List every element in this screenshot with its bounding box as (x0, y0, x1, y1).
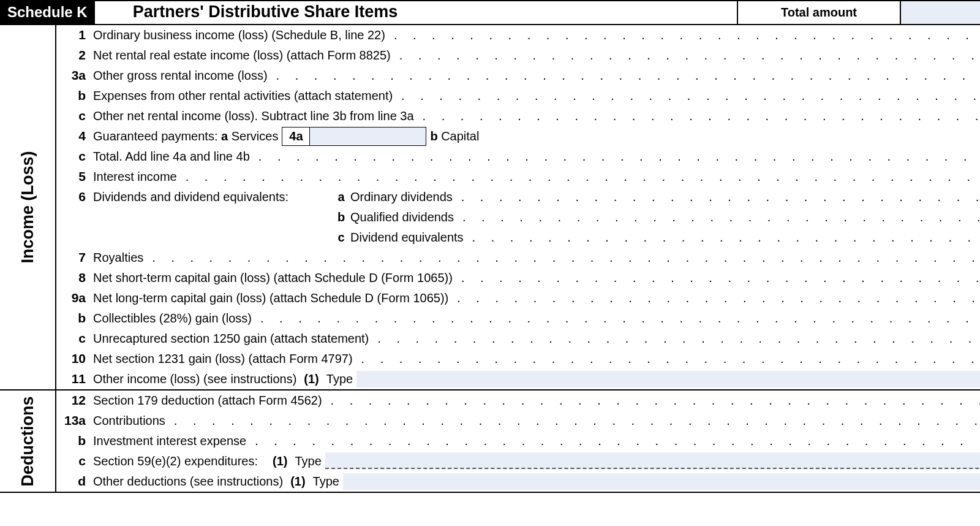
leader-dots (246, 434, 980, 448)
form-line: 9a Net long-term capital gain (loss) (at… (56, 288, 980, 308)
section-income-loss-: Income (Loss) 1 Ordinary business income… (0, 25, 980, 389)
header-title: Partners' Distributive Share Items (95, 1, 398, 24)
form-line: c Total. Add line 4a and line 4b 4c (56, 147, 980, 167)
line-description: Other gross rental income (loss) 3a (93, 68, 980, 83)
leader-dots (414, 109, 980, 123)
form-line: c Other net rental income (loss). Subtra… (56, 106, 980, 126)
leader-dots (448, 291, 980, 305)
section-deductions: Deductions 12 Section 179 deduction (att… (0, 389, 980, 493)
inline-box-field-4a[interactable] (310, 127, 426, 146)
form-line: c Section 59(e)(2) expenditures:(1)Type … (56, 451, 980, 471)
line-4-description: Guaranteed payments: a Services 4a b Cap… (93, 127, 980, 146)
line-description: Net rental real estate income (loss) (at… (93, 48, 980, 63)
leader-dots (143, 251, 980, 265)
line-number: 5 (56, 169, 93, 184)
leader-dots (165, 414, 980, 428)
section-side-label: Deductions (0, 391, 56, 492)
leader-dots (393, 89, 980, 103)
line-description: Net short-term capital gain (loss) (atta… (93, 271, 980, 285)
type-field-11[interactable] (356, 371, 980, 387)
leader-dots (250, 150, 980, 164)
inline-box-4a: 4a (282, 127, 426, 146)
line-6c-description: c Dividend equivalents 6c (93, 230, 980, 245)
leader-dots (391, 48, 980, 63)
inline-box-label: 4a (282, 127, 310, 146)
leader-dots (322, 394, 980, 408)
leader-dots (385, 28, 980, 42)
form-line: d Other deductions (see instructions)(1)… (56, 471, 980, 492)
line-description: Expenses from other rental activities (a… (93, 88, 980, 104)
form-line: b Collectibles (28%) gain (loss) 9b (56, 308, 980, 329)
line-description: Interest income (93, 170, 980, 184)
line-number: 1 (56, 28, 93, 42)
form-line: 1 Ordinary business income (loss) (Sched… (56, 25, 980, 45)
section-side-label: Income (Loss) (0, 25, 56, 389)
line-description: Royalties (93, 251, 980, 265)
leader-dots (252, 311, 980, 326)
form-line: 5 Interest income 5 (56, 167, 980, 187)
leader-dots (453, 190, 980, 204)
line-number: b (56, 88, 93, 103)
line-number: c (56, 149, 93, 164)
line-number: c (56, 454, 93, 468)
form-line: 12 Section 179 deduction (attach Form 45… (56, 391, 980, 411)
leader-dots (454, 210, 980, 224)
leader-dots (353, 352, 980, 366)
header: Schedule K Partners' Distributive Share … (0, 0, 980, 25)
line-number: 4 (56, 129, 93, 143)
line-number: 2 (56, 48, 93, 63)
type-field-13d[interactable] (343, 473, 980, 490)
line-number: b (56, 311, 93, 326)
line-description: Other net rental income (loss). Subtract… (93, 109, 980, 123)
line-description: Section 179 deduction (attach Form 4562) (93, 394, 980, 408)
line-number: 13a (56, 413, 93, 428)
line-number: 3a (56, 68, 93, 83)
line-description: Net section 1231 gain (loss) (attach For… (93, 352, 980, 366)
line-13d-description: Other deductions (see instructions)(1)Ty… (93, 473, 980, 490)
form-line: b Investment interest expense 13b (56, 431, 980, 451)
line-number: b (56, 433, 93, 448)
leader-dots (268, 69, 980, 83)
header-stub-cell (900, 1, 980, 24)
line-description: Ordinary business income (loss) (Schedul… (93, 28, 980, 42)
header-left: Schedule K Partners' Distributive Share … (0, 1, 738, 24)
line-number: 12 (56, 393, 93, 408)
line-6b-description: b Qualified dividends 6b (93, 210, 980, 225)
form-line: 3a Other gross rental income (loss) 3a (56, 66, 980, 86)
line-description: Collectibles (28%) gain (loss) 9b (93, 311, 980, 326)
line-description: Contributions (93, 414, 980, 428)
form-line: 10 Net section 1231 gain (loss) (attach … (56, 349, 980, 369)
line-description: Investment interest expense (93, 434, 980, 448)
line-number: c (56, 109, 93, 123)
type-field-13c[interactable] (325, 452, 980, 469)
line-11-description: Other income (loss) (see instructions)(1… (93, 371, 980, 387)
leader-dots (177, 170, 980, 184)
line-number: 9a (56, 291, 93, 305)
line-number: 8 (56, 270, 93, 285)
line-description: Unrecaptured section 1250 gain (attach s… (93, 331, 980, 346)
form-body: Income (Loss) 1 Ordinary business income… (0, 25, 980, 493)
line-number: 7 (56, 250, 93, 265)
form-line: 2 Net rental real estate income (loss) (… (56, 45, 980, 66)
line-number: 11 (56, 372, 93, 386)
form-line: b Qualified dividends 6b (56, 207, 980, 227)
line-number: c (56, 331, 93, 346)
schedule-k-form: Schedule K Partners' Distributive Share … (0, 0, 980, 526)
leader-dots (369, 332, 980, 346)
form-line: 8 Net short-term capital gain (loss) (at… (56, 268, 980, 288)
total-amount-header: Total amount (738, 1, 900, 24)
line-number: d (56, 474, 93, 489)
line-number: 6 (56, 189, 93, 204)
form-line: 6 Dividends and dividend equivalents: a … (56, 187, 980, 207)
line-number: 10 (56, 351, 93, 366)
form-line: b Expenses from other rental activities … (56, 86, 980, 106)
line-13c-description: Section 59(e)(2) expenditures:(1)Type (2… (93, 452, 980, 470)
header-right: Total amount (738, 1, 980, 24)
form-line: 4 Guaranteed payments: a Services 4a b C… (56, 126, 980, 147)
leader-dots (464, 231, 980, 245)
line-6-description: Dividends and dividend equivalents: a Or… (93, 190, 980, 204)
form-line: 7 Royalties 7 (56, 248, 980, 268)
line-description: Net long-term capital gain (loss) (attac… (93, 291, 980, 305)
form-line: c Dividend equivalents 6c (56, 227, 980, 248)
form-line: 13a Contributions 13a (56, 411, 980, 431)
